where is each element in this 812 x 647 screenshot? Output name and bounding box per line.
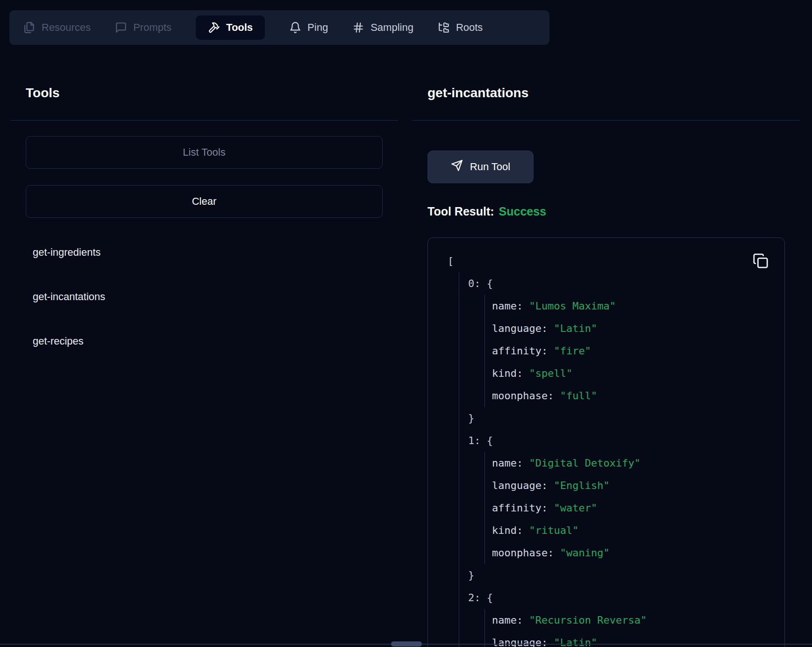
files-icon — [23, 22, 36, 34]
message-square-icon — [115, 22, 127, 34]
tool-result-line: Tool Result:Success — [427, 205, 546, 218]
tab-label: Resources — [42, 22, 91, 34]
hammer-icon — [208, 22, 220, 34]
tab-label: Ping — [307, 22, 328, 34]
tool-result-label: Tool Result: — [427, 205, 494, 218]
right-panel-divider — [412, 120, 800, 121]
left-panel-title: Tools — [26, 86, 60, 101]
tab-roots[interactable]: Roots — [438, 22, 483, 34]
horizontal-scrollbar-thumb[interactable] — [391, 641, 422, 647]
copy-button[interactable] — [753, 252, 770, 270]
run-tool-label: Run Tool — [470, 161, 510, 173]
tab-ping[interactable]: Ping — [289, 22, 328, 34]
tool-list-item-get-recipes[interactable]: get-recipes — [33, 335, 84, 347]
json-result-viewer: [0: {name: "Lumos Maxima"language: "Lati… — [427, 237, 785, 647]
tab-label: Roots — [456, 22, 483, 34]
tab-sampling[interactable]: Sampling — [352, 22, 413, 34]
tool-list-item-get-ingredients[interactable]: get-ingredients — [33, 246, 101, 259]
run-tool-button[interactable]: Run Tool — [427, 151, 534, 183]
status-badge: Success — [499, 205, 546, 218]
hash-icon — [352, 22, 364, 34]
selected-tool-title: get-incantations — [427, 86, 528, 101]
tab-bar: Resources Prompts Tools Ping — [9, 10, 549, 45]
clear-button[interactable]: Clear — [26, 185, 383, 218]
send-icon — [451, 159, 463, 174]
tab-label: Sampling — [370, 22, 413, 34]
list-tools-button[interactable]: List Tools — [26, 136, 383, 169]
tab-label: Tools — [226, 22, 253, 34]
tab-prompts[interactable]: Prompts — [115, 22, 171, 34]
left-panel-divider — [10, 120, 398, 121]
tool-list-item-get-incantations[interactable]: get-incantations — [33, 291, 105, 303]
tab-tools[interactable]: Tools — [196, 15, 265, 40]
json-viewer-content: [0: {name: "Lumos Maxima"language: "Lati… — [428, 238, 784, 647]
bell-icon — [289, 22, 301, 34]
copy-icon — [753, 253, 770, 269]
tab-resources[interactable]: Resources — [23, 22, 91, 34]
tab-label: Prompts — [133, 22, 171, 34]
folder-tree-icon — [438, 22, 450, 34]
